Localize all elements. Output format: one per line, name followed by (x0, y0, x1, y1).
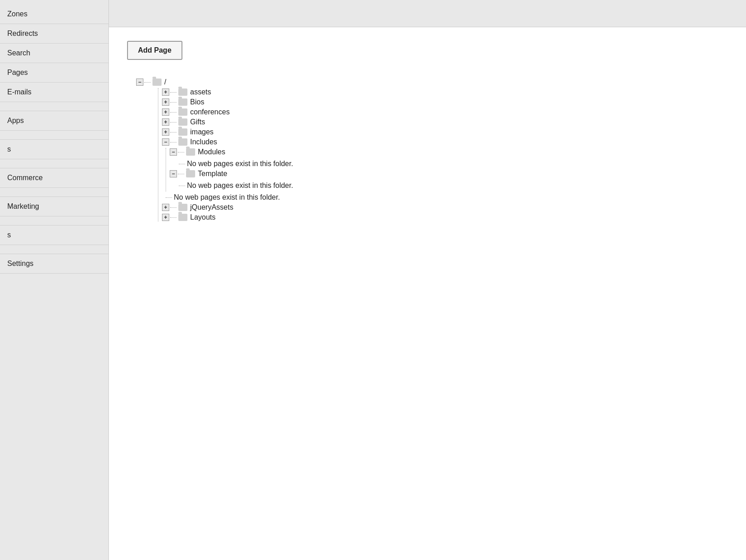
toggle-jqueryassets[interactable]: + (162, 204, 169, 211)
folder-icon-gifts (178, 118, 187, 126)
folder-icon-template (186, 170, 195, 177)
toggle-root[interactable]: − (136, 79, 143, 86)
folder-icon-jqueryassets (178, 204, 187, 211)
folder-icon-root (152, 79, 162, 86)
folder-icon-modules (186, 148, 195, 156)
toggle-assets[interactable]: + (162, 88, 169, 96)
toggle-conferences[interactable]: + (162, 108, 169, 116)
folder-icon-layouts (178, 214, 187, 221)
toggle-includes[interactable]: − (162, 138, 169, 146)
images-label: images (190, 128, 214, 136)
sidebar-item-search[interactable]: Search (0, 44, 108, 63)
connector-gifts (170, 122, 177, 123)
sidebar: Zones Redirects Search Pages E-mails App… (0, 0, 109, 560)
tree-row-conferences: + conferences (162, 108, 728, 116)
connector-modules (178, 152, 184, 152)
modules-empty-connector (179, 164, 185, 164)
includes-children: − Modules No web pages exist in this fol… (166, 148, 728, 192)
toggle-gifts[interactable]: + (162, 118, 169, 126)
toggle-modules[interactable]: − (170, 148, 177, 156)
connector-assets (170, 92, 177, 93)
tree-row-jqueryassets: + jQueryAssets (162, 203, 728, 211)
sidebar-item-marketing[interactable]: Marketing (0, 197, 108, 216)
tree-row-bios: + Bios (162, 98, 728, 106)
toggle-images[interactable]: + (162, 128, 169, 136)
sidebar-item-s1[interactable]: s (0, 140, 108, 159)
tree-node-root: − / + assets (136, 78, 728, 223)
connector-includes (170, 142, 177, 142)
template-empty-connector (179, 186, 185, 186)
conferences-label: conferences (190, 108, 230, 116)
connector-bios (170, 102, 177, 103)
includes-empty-row: No web pages exist in this folder. (166, 192, 728, 203)
includes-empty-msg: No web pages exist in this folder. (174, 193, 280, 201)
folder-icon-assets (178, 88, 187, 96)
tree-row-images: + images (162, 128, 728, 136)
tree-row-layouts: + Layouts (162, 213, 728, 221)
tree-row-gifts: + Gifts (162, 118, 728, 126)
gifts-label: Gifts (190, 118, 205, 126)
folder-icon-includes (178, 138, 187, 146)
connector-template (178, 174, 184, 174)
toggle-template[interactable]: − (170, 170, 177, 177)
root-label: / (164, 78, 166, 86)
folder-icon-images (178, 128, 187, 136)
assets-label: assets (190, 88, 211, 96)
tree-row-assets: + assets (162, 88, 728, 96)
sidebar-item-settings[interactable]: Settings (0, 254, 108, 274)
connector-images (170, 132, 177, 133)
folder-icon-conferences (178, 108, 187, 116)
tree-row-root: − / (136, 78, 728, 86)
sidebar-item-zones[interactable]: Zones (0, 5, 108, 24)
connector-jqueryassets (170, 207, 177, 208)
sidebar-item-apps[interactable]: Apps (0, 111, 108, 131)
sidebar-item-commerce[interactable]: Commerce (0, 168, 108, 188)
layouts-label: Layouts (190, 213, 216, 221)
sidebar-item-emails[interactable]: E-mails (0, 83, 108, 102)
template-empty-msg: No web pages exist in this folder. (187, 182, 293, 190)
tree-row-includes: − Includes (162, 138, 728, 146)
sidebar-item-s2[interactable]: s (0, 226, 108, 245)
toggle-layouts[interactable]: + (162, 214, 169, 221)
connector-root (144, 82, 151, 83)
main-header (109, 0, 746, 27)
root-children: + assets + Bios (136, 88, 728, 223)
jqueryassets-label: jQueryAssets (190, 203, 233, 211)
modules-label: Modules (198, 148, 225, 156)
sidebar-item-redirects[interactable]: Redirects (0, 24, 108, 44)
modules-empty-row: No web pages exist in this folder. (179, 158, 728, 170)
tree-row-template: − Template (170, 170, 728, 178)
add-page-button[interactable]: Add Page (127, 41, 182, 60)
toggle-bios[interactable]: + (162, 98, 169, 106)
page-tree: − / + assets (127, 78, 728, 223)
bios-label: Bios (190, 98, 204, 106)
main-body: Add Page − / + (109, 27, 746, 560)
sidebar-item-pages[interactable]: Pages (0, 63, 108, 83)
template-label: Template (198, 170, 227, 178)
includes-label: Includes (190, 138, 217, 146)
folder-icon-bios (178, 98, 187, 106)
connector-conferences (170, 112, 177, 113)
tree-row-modules: − Modules (170, 148, 728, 156)
connector-layouts (170, 217, 177, 218)
includes-empty-connector (166, 197, 172, 198)
main-content: Add Page − / + (109, 0, 746, 560)
template-empty-row: No web pages exist in this folder. (179, 180, 728, 192)
modules-empty-msg: No web pages exist in this folder. (187, 160, 293, 168)
